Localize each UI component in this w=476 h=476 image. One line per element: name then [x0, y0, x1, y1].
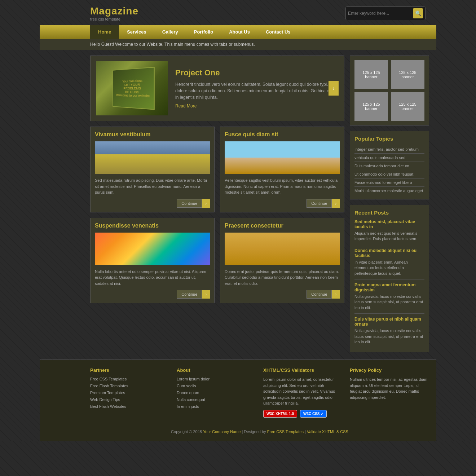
list-item: Integer sem felis, auctor sed pretium — [354, 145, 424, 154]
css-badge[interactable]: W3C CSS ✓ — [300, 410, 327, 418]
footer-link[interactable]: In enim justo — [177, 404, 199, 409]
recent-post-3-title[interactable]: Proin magna amet fermentum dignissim — [354, 282, 424, 292]
article-suspendisse-continue: Continue › — [95, 290, 210, 299]
list-item: Duis malesuada tempor dictum — [354, 162, 424, 170]
main-nav: Home Services Gallery Portfolio About Us… — [40, 25, 436, 39]
nav-list: Home Services Gallery Portfolio About Us… — [40, 25, 436, 39]
nav-link-services[interactable]: Services — [119, 25, 154, 39]
footer-bottom: Copyright © 2048 Your Company Name | Des… — [90, 425, 429, 434]
footer-link[interactable]: Lorem ipsum dolor — [177, 377, 210, 381]
article-vivamus-arrow[interactable]: › — [202, 199, 210, 208]
article-fusce-arrow[interactable]: › — [332, 199, 340, 208]
search-input[interactable] — [348, 11, 413, 16]
slider-text: Project One Hendrerit tincidunt vero vel… — [175, 68, 339, 109]
article-suspendisse-arrow[interactable]: › — [202, 290, 210, 299]
footer-link[interactable]: Best Flash Websites — [90, 404, 126, 409]
nav-item-contact[interactable]: Contact Us — [258, 25, 299, 39]
content-wrap: Your SolutionsLET YOURPROBLEMSBE OURSWel… — [40, 56, 436, 352]
article-praesent-arrow[interactable]: › — [332, 290, 340, 299]
banner-3: 125 x 125banner — [354, 92, 388, 121]
nav-link-home[interactable]: Home — [90, 25, 119, 39]
article-vivamus-text: Sed malesuada rutrum adipiscing. Duis vi… — [95, 177, 210, 195]
article-praesent-continue-link[interactable]: Continue — [307, 290, 332, 299]
list-item: In enim justo — [177, 404, 256, 409]
list-item: Donec quam — [177, 390, 256, 395]
recent-post-1: Sed metus nisl, placerat vitae iaculis i… — [354, 219, 424, 245]
footer-validate-link[interactable]: Validate XHTML & CSS — [307, 429, 348, 434]
article-vivamus: Vivamus vestibulum Sed malesuada rutrum … — [90, 127, 215, 212]
footer-link[interactable]: Premium Templates — [90, 391, 125, 395]
footer-link[interactable]: Web Design Tips — [90, 397, 120, 402]
slider-book-graphic: Your SolutionsLET YOURPROBLEMSBE OURSWel… — [113, 67, 155, 110]
list-item: Best Flash Websites — [90, 404, 169, 409]
articles-grid: Vivamus vestibulum Sed malesuada rutrum … — [90, 127, 344, 303]
footer-partners-list: Free CSS Templates Free Flash Templates … — [90, 376, 169, 409]
popular-topics: Popular Topics Integer sem felis, auctor… — [350, 131, 429, 199]
footer-privacy: Privacy Policy Nullam ultrices tempor ni… — [350, 367, 429, 418]
nav-link-contact[interactable]: Contact Us — [258, 25, 299, 39]
search-button[interactable]: 🔍 — [413, 8, 423, 18]
footer-link[interactable]: Free CSS Templates — [90, 377, 127, 381]
footer-link[interactable]: Free Flash Templates — [90, 384, 128, 388]
recent-post-2-title[interactable]: Donec molestie aliquet nisi eu facilisis — [354, 248, 424, 258]
validator-badges: W3C XHTML 1.0 W3C CSS ✓ — [263, 410, 343, 418]
article-vivamus-continue-link[interactable]: Continue — [177, 199, 202, 208]
article-praesent-text: Donec erat justo, pulvinar quis fermentu… — [225, 269, 340, 287]
nav-item-portfolio[interactable]: Portfolio — [186, 25, 221, 39]
recent-post-1-title[interactable]: Sed metus nisl, placerat vitae iaculis i… — [354, 219, 424, 229]
list-item: Fusce euismod lorem eget libero — [354, 178, 424, 187]
banner-4: 125 x 125banner — [391, 92, 424, 121]
article-fusce: Fusce quis diam sit Pellentesque sagitti… — [220, 127, 344, 212]
recent-post-4-title[interactable]: Duis vitae purus et nibh aliquam ornare — [354, 317, 424, 327]
nav-item-about[interactable]: About Us — [221, 25, 258, 39]
slider-image: Your SolutionsLET YOURPROBLEMSBE OURSWel… — [96, 61, 168, 115]
article-praesent-title: Praesent consectetur — [225, 222, 340, 229]
slider-next-arrow[interactable]: › — [329, 81, 339, 96]
footer-designer-link[interactable]: Free CSS Templates — [267, 429, 304, 434]
recent-post-2-text: In vitae placerat enim. Aenean elementum… — [354, 260, 424, 276]
recent-post-4-text: Nulla gravida, lacus molestie convallis … — [354, 328, 424, 345]
article-suspendisse: Suspendisse venenatis Nulla lobortis ant… — [90, 218, 215, 304]
article-vivamus-title: Vivamus vestibulum — [95, 131, 210, 138]
slider: Your SolutionsLET YOURPROBLEMSBE OURSWel… — [90, 56, 344, 121]
banner-1: 125 x 125banner — [354, 60, 388, 89]
nav-link-about[interactable]: About Us — [221, 25, 258, 39]
sidebar: 125 x 125banner 125 x 125banner 125 x 12… — [350, 56, 429, 352]
nav-item-services[interactable]: Services — [119, 25, 154, 39]
slider-description: Hendrerit tincidunt vero vel eorum clari… — [175, 81, 339, 101]
list-item: Nulla consequat — [177, 397, 256, 402]
article-fusce-continue: Continue › — [225, 199, 340, 208]
xhtml-badge-label: W3C XHTML 1.0 — [266, 412, 294, 416]
nav-link-gallery[interactable]: Gallery — [154, 25, 186, 39]
footer-designed-by: Designed by — [244, 429, 266, 434]
nav-item-home[interactable]: Home — [90, 25, 119, 39]
popular-topics-title: Popular Topics — [354, 136, 424, 142]
banner-2: 125 x 125banner — [391, 60, 424, 89]
xhtml-badge[interactable]: W3C XHTML 1.0 — [263, 410, 297, 418]
footer-validators-title: XHTML/CSS Validators — [263, 367, 343, 373]
article-suspendisse-continue-link[interactable]: Continue — [177, 290, 202, 299]
footer-partners-title: Partners — [90, 367, 169, 373]
list-item: Free CSS Templates — [90, 376, 169, 382]
footer-about: About Lorem ipsum dolor Cum sociis Donec… — [177, 367, 256, 418]
banners-section: 125 x 125banner 125 x 125banner 125 x 12… — [350, 56, 429, 125]
site-subtitle: free css template — [90, 17, 138, 21]
nav-link-portfolio[interactable]: Portfolio — [186, 25, 221, 39]
footer-company-link[interactable]: Your Company Name — [203, 429, 241, 434]
footer-link[interactable]: Donec quam — [177, 391, 199, 395]
nav-item-gallery[interactable]: Gallery — [154, 25, 186, 39]
welcome-text: Hello Guest! Welcome to our Website. Thi… — [90, 42, 255, 47]
recent-post-3: Proin magna amet fermentum dignissim Nul… — [354, 282, 424, 314]
list-item: Ut commodo odio vel nibh feugiat — [354, 170, 424, 178]
footer-link[interactable]: Cum sociis — [177, 384, 196, 388]
slider-title: Project One — [175, 68, 339, 78]
article-fusce-continue-link[interactable]: Continue — [307, 199, 332, 208]
recent-posts: Recent Posts Sed metus nisl, placerat vi… — [350, 205, 429, 352]
footer-link[interactable]: Nulla consequat — [177, 397, 205, 402]
search-box: 🔍 — [345, 6, 426, 20]
css-badge-label: W3C CSS ✓ — [303, 412, 323, 416]
footer-columns: Partners Free CSS Templates Free Flash T… — [90, 367, 429, 418]
list-item: vehicula quis malesuada sed — [354, 154, 424, 162]
slider-read-more[interactable]: Read More — [175, 103, 197, 109]
footer-copyright: Copyright © 2048 — [171, 429, 202, 434]
